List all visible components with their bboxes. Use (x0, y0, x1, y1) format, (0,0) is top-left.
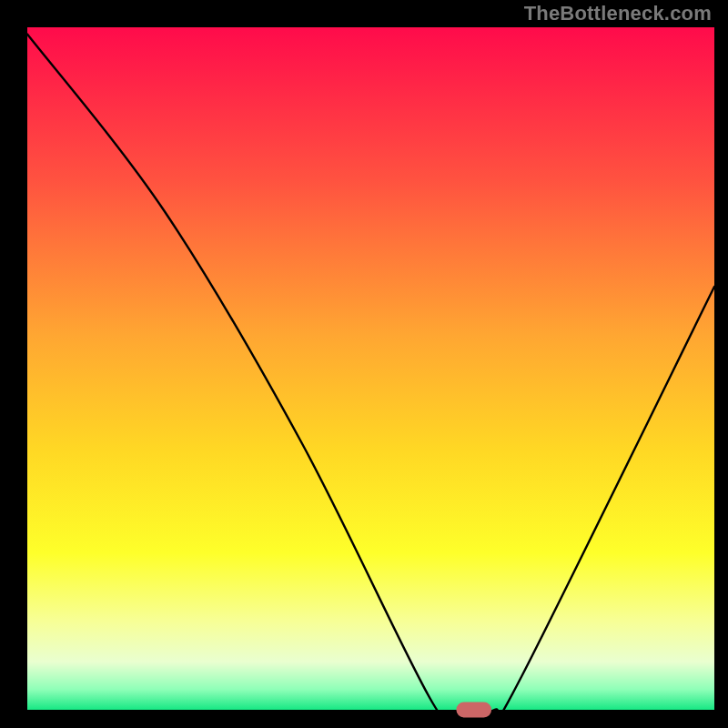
bottleneck-chart (0, 0, 728, 728)
plot-background (27, 27, 714, 710)
attribution-label: TheBottleneck.com (524, 2, 712, 25)
optimal-marker (456, 703, 491, 718)
chart-container: TheBottleneck.com (0, 0, 728, 728)
